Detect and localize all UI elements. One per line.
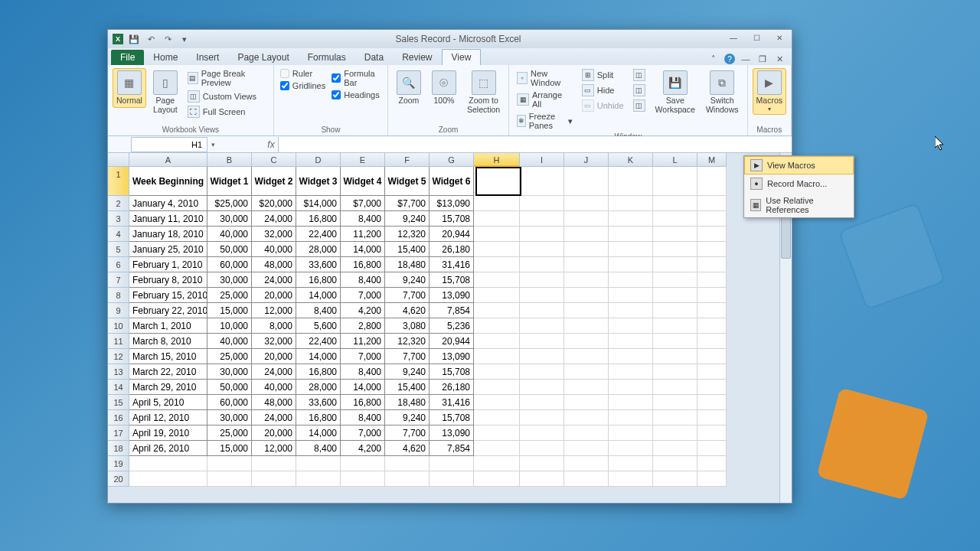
cell[interactable] — [520, 257, 564, 272]
cell[interactable]: 15,708 — [430, 364, 474, 380]
cell[interactable] — [653, 349, 697, 364]
cell[interactable]: 14,000 — [341, 242, 385, 257]
cell[interactable]: 32,000 — [252, 334, 296, 349]
doc-minimize-icon[interactable]: — — [740, 53, 752, 65]
cell[interactable] — [564, 318, 609, 334]
cell[interactable]: 24,000 — [252, 410, 296, 425]
cell[interactable]: 22,400 — [296, 227, 341, 242]
minimize-ribbon-icon[interactable]: ˄ — [707, 53, 720, 65]
cell[interactable]: February 22, 2010 — [129, 303, 207, 318]
tab-insert[interactable]: Insert — [187, 50, 228, 65]
row-header-16[interactable]: 16 — [108, 410, 129, 425]
minimize-button[interactable]: — — [726, 34, 741, 44]
page-break-preview-button[interactable]: ▤Page Break Preview — [185, 68, 269, 88]
cell[interactable] — [474, 257, 520, 272]
cell[interactable] — [474, 349, 520, 364]
col-header-M[interactable]: M — [697, 153, 727, 167]
row-header-12[interactable]: 12 — [108, 349, 129, 364]
cell[interactable] — [653, 410, 697, 425]
row-header-10[interactable]: 10 — [108, 318, 129, 334]
view-side-1-button[interactable]: ◫ — [630, 68, 648, 82]
cell[interactable]: 25,000 — [207, 288, 252, 303]
cell[interactable] — [653, 167, 697, 196]
tab-file[interactable]: File — [111, 50, 144, 65]
zoom-selection-button[interactable]: ⬚Zoom to Selection — [463, 68, 504, 116]
cell[interactable] — [207, 456, 252, 471]
cell[interactable]: 33,600 — [296, 395, 341, 410]
cell[interactable]: 14,000 — [341, 380, 385, 395]
cell[interactable]: 9,240 — [385, 211, 430, 227]
cell[interactable]: 4,620 — [385, 303, 430, 318]
cell[interactable]: 15,000 — [207, 441, 252, 456]
cell[interactable]: 31,416 — [430, 257, 474, 272]
row-header-1[interactable]: 1 — [108, 167, 129, 196]
tab-view[interactable]: View — [442, 49, 482, 65]
cell[interactable] — [653, 303, 697, 318]
row-header-8[interactable]: 8 — [108, 288, 129, 303]
gridlines-checkbox[interactable]: Gridlines — [279, 80, 327, 91]
cell[interactable] — [520, 380, 564, 395]
formula-input[interactable] — [278, 137, 792, 152]
cell[interactable]: 8,400 — [341, 272, 385, 288]
cell[interactable]: $25,000 — [207, 196, 252, 211]
cell[interactable]: 15,708 — [430, 410, 474, 425]
cell[interactable]: April 19, 2010 — [129, 425, 207, 441]
cell[interactable]: 8,400 — [341, 364, 385, 380]
cell[interactable]: 16,800 — [296, 211, 341, 227]
custom-views-button[interactable]: ◫Custom Views — [185, 90, 269, 103]
doc-close-icon[interactable]: ✕ — [773, 53, 786, 65]
cell[interactable] — [207, 471, 252, 487]
row-header-14[interactable]: 14 — [108, 380, 129, 395]
cell[interactable] — [474, 441, 520, 456]
cell[interactable]: Widget 6 — [430, 167, 474, 196]
full-screen-button[interactable]: ⛶Full Screen — [185, 105, 269, 119]
cell[interactable] — [653, 364, 697, 380]
row-header-2[interactable]: 2 — [108, 196, 129, 211]
cell[interactable]: 16,800 — [296, 272, 341, 288]
cell[interactable]: 8,400 — [296, 441, 341, 456]
maximize-button[interactable]: ☐ — [749, 34, 764, 44]
cell[interactable] — [609, 456, 653, 471]
cell[interactable]: 7,000 — [341, 425, 385, 441]
cell[interactable] — [520, 441, 564, 456]
cell[interactable] — [520, 242, 564, 257]
cell[interactable] — [520, 395, 564, 410]
cell[interactable] — [697, 410, 727, 425]
cell[interactable]: 8,400 — [341, 410, 385, 425]
cell[interactable]: 48,000 — [252, 395, 296, 410]
col-header-A[interactable]: A — [129, 153, 207, 167]
save-icon[interactable]: 💾 — [128, 33, 140, 45]
cell[interactable]: 9,240 — [385, 410, 430, 425]
cell[interactable]: 31,416 — [430, 395, 474, 410]
use-relative-menu-item[interactable]: ▦Use Relative References — [744, 193, 854, 217]
cell[interactable]: 15,000 — [207, 303, 252, 318]
cell[interactable]: Week Beginning — [129, 167, 207, 196]
row-header-9[interactable]: 9 — [108, 303, 129, 318]
row-header-15[interactable]: 15 — [108, 395, 129, 410]
cell[interactable] — [564, 303, 609, 318]
col-header-J[interactable]: J — [564, 153, 609, 167]
col-header-F[interactable]: F — [385, 153, 430, 167]
cell[interactable]: 9,240 — [385, 364, 430, 380]
cell[interactable]: January 4, 2010 — [129, 196, 207, 211]
select-all-corner[interactable] — [108, 153, 129, 167]
cell[interactable]: 3,080 — [385, 318, 430, 334]
cell[interactable]: 11,200 — [341, 227, 385, 242]
cell[interactable] — [697, 227, 727, 242]
macros-button[interactable]: ▶Macros▾ — [753, 68, 786, 115]
cell[interactable] — [564, 425, 609, 441]
cell[interactable]: 7,000 — [341, 288, 385, 303]
cell[interactable] — [653, 227, 697, 242]
cell[interactable] — [430, 456, 474, 471]
freeze-panes-button[interactable]: ❄Freeze Panes ▾ — [514, 111, 576, 131]
qat-dropdown-icon[interactable]: ▾ — [178, 33, 191, 45]
cell[interactable]: 25,000 — [207, 349, 252, 364]
cell[interactable] — [609, 380, 653, 395]
row-header-5[interactable]: 5 — [108, 242, 129, 257]
cell[interactable] — [653, 456, 697, 471]
cell[interactable]: Widget 5 — [385, 167, 430, 196]
close-button[interactable]: ✕ — [772, 34, 787, 44]
row-header-3[interactable]: 3 — [108, 211, 129, 227]
cell[interactable] — [474, 242, 520, 257]
cell[interactable] — [474, 272, 520, 288]
